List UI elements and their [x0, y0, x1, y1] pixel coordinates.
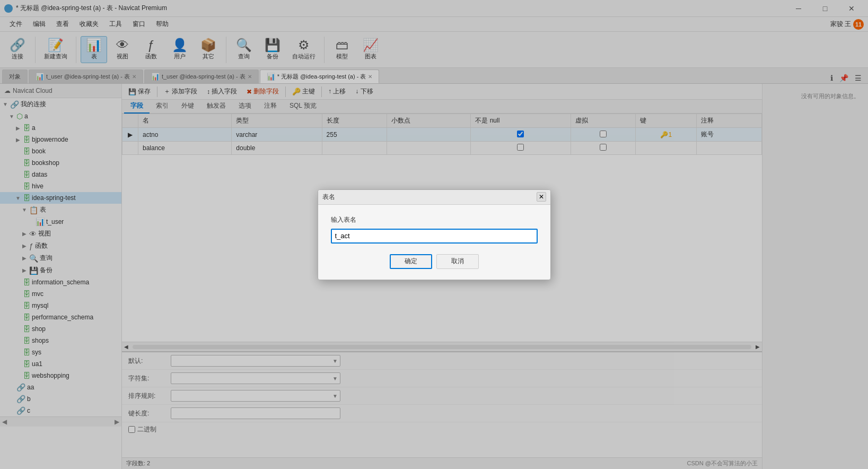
modal-cancel-button[interactable]: 取消: [436, 254, 479, 269]
modal-title: 表名: [322, 193, 537, 202]
modal-close-button[interactable]: ✕: [537, 192, 546, 202]
modal-table-name-input[interactable]: [331, 229, 538, 244]
modal-buttons: 确定 取消: [331, 254, 538, 271]
modal-confirm-button[interactable]: 确定: [390, 254, 432, 269]
modal-body: 输入表名 确定 取消: [318, 205, 550, 280]
modal-input-label: 输入表名: [331, 215, 538, 224]
modal-overlay: 表名 ✕ 输入表名 确定 取消: [0, 0, 868, 469]
modal-dialog: 表名 ✕ 输入表名 确定 取消: [318, 189, 551, 280]
modal-titlebar: 表名 ✕: [318, 190, 550, 205]
